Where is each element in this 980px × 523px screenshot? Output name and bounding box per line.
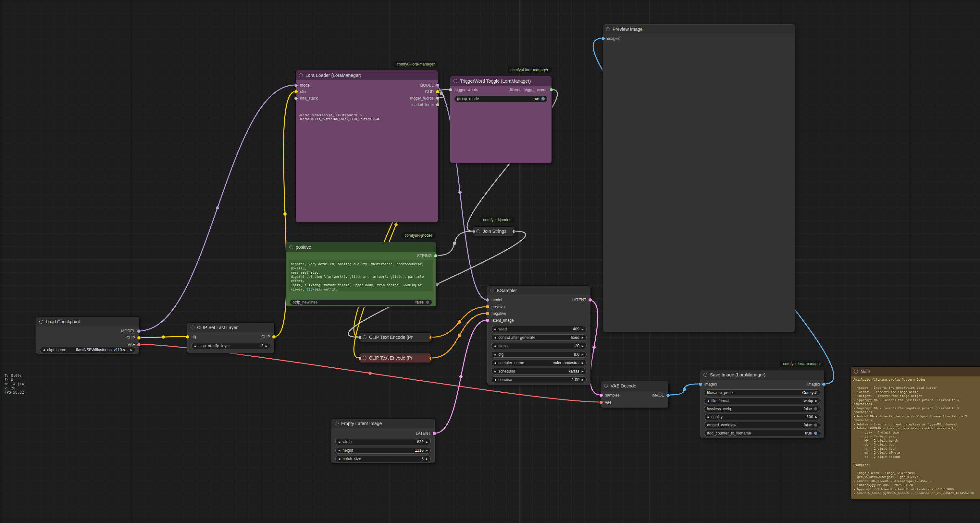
next-arrow-icon[interactable]: ▶ bbox=[266, 345, 267, 347]
lossless-webp-toggle[interactable]: lossless_webp false bbox=[704, 406, 820, 412]
node-title-bar[interactable]: Load Checkpoint bbox=[36, 317, 139, 326]
string-output-dot[interactable] bbox=[512, 230, 515, 233]
strip-newlines-toggle[interactable]: strip_newlines false bbox=[290, 299, 432, 305]
toggle-dot-icon[interactable] bbox=[541, 97, 545, 100]
collapse-dot-icon[interactable] bbox=[854, 369, 858, 374]
image-output-dot[interactable] bbox=[666, 393, 670, 397]
node-join-strings[interactable]: Join Strings bbox=[473, 226, 515, 236]
filtered-trigger-words-output-dot[interactable] bbox=[549, 88, 553, 92]
toggle-dot-icon[interactable] bbox=[426, 301, 429, 304]
collapse-dot-icon[interactable] bbox=[363, 356, 366, 360]
next-arrow-icon[interactable]: ▶ bbox=[582, 370, 584, 373]
node-title-bar[interactable]: KSampler bbox=[487, 286, 590, 295]
prev-arrow-icon[interactable]: ◀ bbox=[494, 336, 496, 339]
prev-arrow-icon[interactable]: ◀ bbox=[338, 449, 340, 452]
prev-arrow-icon[interactable]: ◀ bbox=[494, 370, 496, 373]
toggle-dot-icon[interactable] bbox=[814, 431, 818, 435]
collapse-dot-icon[interactable] bbox=[299, 73, 303, 77]
prev-arrow-icon[interactable]: ◀ bbox=[494, 379, 496, 381]
next-arrow-icon[interactable]: ▶ bbox=[426, 449, 428, 452]
collapse-dot-icon[interactable] bbox=[363, 335, 366, 339]
positive-input-dot[interactable] bbox=[485, 305, 490, 309]
height-widget[interactable]: ◀ height 1216 ▶ bbox=[335, 447, 431, 453]
node-clip-text-encode-positive[interactable]: CLIP Text Encode (Pr bbox=[359, 332, 432, 342]
conditioning-output-dot[interactable] bbox=[429, 357, 432, 360]
note-textarea[interactable]: Available filename_prefix Pattern Codes … bbox=[853, 378, 980, 496]
collapse-dot-icon[interactable] bbox=[453, 79, 457, 83]
vae-output-dot[interactable] bbox=[137, 343, 141, 347]
node-preview-image[interactable]: Preview Image images bbox=[603, 24, 795, 332]
prev-arrow-icon[interactable]: ◀ bbox=[707, 399, 709, 403]
width-widget[interactable]: ◀ width 832 ▶ bbox=[335, 439, 431, 445]
next-arrow-icon[interactable]: ▶ bbox=[582, 328, 584, 331]
clip-input-dot[interactable] bbox=[294, 90, 298, 94]
node-title-bar[interactable]: Lora Loader (LoraManager) bbox=[296, 70, 438, 80]
node-title-bar[interactable]: Save Image (LoraManager) bbox=[700, 370, 824, 380]
toggle-dot-icon[interactable] bbox=[814, 423, 818, 427]
node-load-checkpoint[interactable]: Load Checkpoint MODEL CLIP VAE ◀ ckpt_na… bbox=[36, 317, 140, 354]
node-ksampler[interactable]: KSampler model positive negative latent_… bbox=[487, 285, 591, 385]
node-graph-canvas[interactable]: Load Checkpoint MODEL CLIP VAE ◀ ckpt_na… bbox=[0, 0, 980, 523]
node-clip-text-encode-negative[interactable]: CLIP Text Encode (Pr bbox=[359, 353, 432, 363]
collapse-dot-icon[interactable] bbox=[289, 245, 293, 249]
node-note[interactable]: Note Available filename_prefix Pattern C… bbox=[851, 366, 980, 499]
quality-widget[interactable]: ◀ quality 100 ▶ bbox=[704, 414, 820, 420]
ckpt-name-widget[interactable]: ◀ ckpt_name ilwaiNSFWIllustrious_v110.s.… bbox=[40, 347, 135, 353]
node-title-bar[interactable]: positive bbox=[286, 242, 436, 252]
node-vae-decode[interactable]: VAE Decode samples vae IMAGE bbox=[601, 381, 669, 408]
prev-arrow-icon[interactable]: ◀ bbox=[707, 416, 709, 418]
prev-arrow-icon[interactable]: ◀ bbox=[338, 458, 340, 460]
clip-output-dot[interactable] bbox=[436, 90, 439, 94]
stop-at-clip-layer-widget[interactable]: ◀ stop_at_clip_layer -2 ▶ bbox=[191, 343, 270, 349]
node-clip-set-last-layer[interactable]: CLIP Set Last Layer clip CLIP ◀ stop_at_… bbox=[187, 322, 275, 353]
prev-arrow-icon[interactable]: ◀ bbox=[43, 349, 45, 352]
next-arrow-icon[interactable]: ▶ bbox=[815, 416, 818, 418]
images-input-dot[interactable] bbox=[698, 382, 702, 386]
node-save-image[interactable]: Save Image (LoraManager) images images f… bbox=[700, 369, 824, 438]
string-output-dot[interactable] bbox=[434, 254, 438, 258]
clip-output-dot[interactable] bbox=[272, 335, 276, 339]
next-arrow-icon[interactable]: ▶ bbox=[815, 399, 818, 403]
latent-image-input-dot[interactable] bbox=[485, 319, 490, 322]
images-output-dot[interactable] bbox=[822, 382, 826, 386]
control-after-generate-widget[interactable]: ◀ control after generate fixed ▶ bbox=[491, 334, 587, 341]
trigger-words-input-dot[interactable] bbox=[449, 88, 452, 92]
clip-input-dot[interactable] bbox=[186, 335, 189, 339]
add-counter-to-filename-toggle[interactable]: add_counter_to_filename true bbox=[704, 430, 820, 436]
prev-arrow-icon[interactable]: ◀ bbox=[338, 441, 340, 444]
model-input-dot[interactable] bbox=[294, 83, 298, 87]
next-arrow-icon[interactable]: ▶ bbox=[582, 345, 584, 347]
vae-input-dot[interactable] bbox=[599, 401, 603, 404]
prev-arrow-icon[interactable]: ◀ bbox=[494, 345, 496, 347]
next-arrow-icon[interactable]: ▶ bbox=[582, 361, 584, 365]
latent-output-dot[interactable] bbox=[588, 298, 592, 302]
node-title-bar[interactable]: CLIP Set Last Layer bbox=[187, 323, 274, 332]
next-arrow-icon[interactable]: ▶ bbox=[426, 458, 428, 460]
sampler-name-widget[interactable]: ◀ sampler_name euler_ancestral ▶ bbox=[491, 360, 587, 366]
collapse-dot-icon[interactable] bbox=[703, 373, 707, 377]
filename-prefix-widget[interactable]: filename_prefix ComfyUI bbox=[704, 390, 820, 396]
next-arrow-icon[interactable]: ▶ bbox=[426, 441, 428, 444]
group-mode-toggle[interactable]: group_mode true bbox=[454, 96, 547, 102]
embed-workflow-toggle[interactable]: embed_workflow false bbox=[704, 422, 820, 428]
scheduler-widget[interactable]: ◀ scheduler karras ▶ bbox=[491, 368, 587, 374]
prev-arrow-icon[interactable]: ◀ bbox=[494, 353, 496, 356]
clip-output-dot[interactable] bbox=[137, 336, 141, 340]
next-arrow-icon[interactable]: ▶ bbox=[130, 349, 132, 352]
node-positive-prompt[interactable]: positive STRING highres, very detailed, … bbox=[286, 242, 436, 307]
node-title-bar[interactable]: Preview Image bbox=[603, 24, 795, 34]
node-title-bar[interactable]: Note bbox=[851, 367, 980, 376]
collapse-dot-icon[interactable] bbox=[606, 27, 610, 31]
collapse-dot-icon[interactable] bbox=[39, 320, 43, 323]
cfg-widget[interactable]: ◀ cfg 8.0 ▶ bbox=[491, 351, 587, 358]
next-arrow-icon[interactable]: ▶ bbox=[582, 379, 584, 381]
node-empty-latent-image[interactable]: Empty Latent Image LATENT ◀ width 832 ▶ … bbox=[331, 418, 435, 464]
images-input-dot[interactable] bbox=[601, 36, 605, 41]
latent-output-dot[interactable] bbox=[433, 431, 436, 436]
loaded-loras-output-dot[interactable] bbox=[436, 103, 439, 107]
conditioning-output-dot[interactable] bbox=[429, 336, 432, 339]
collapse-dot-icon[interactable] bbox=[604, 384, 608, 388]
file-format-widget[interactable]: ◀ file_format webp ▶ bbox=[704, 398, 820, 404]
steps-widget[interactable]: ◀ steps 20 ▶ bbox=[491, 343, 587, 349]
trigger-words-output-dot[interactable] bbox=[436, 96, 439, 100]
